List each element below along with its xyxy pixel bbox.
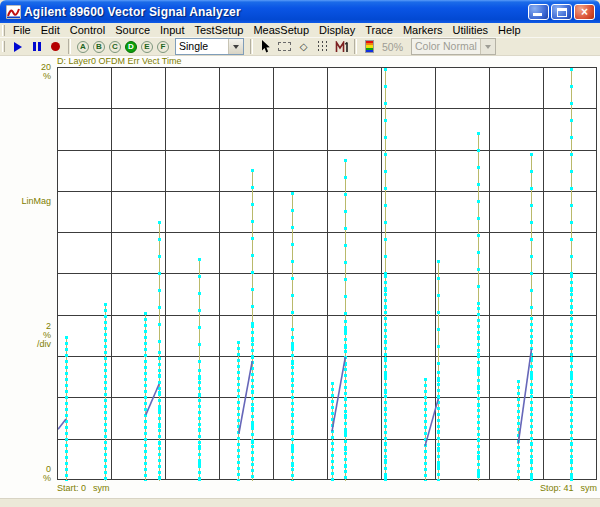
menu-item-trace[interactable]: Trace	[360, 23, 398, 37]
y-axis-scale-label: LinMag	[0, 197, 51, 206]
play-icon	[14, 42, 22, 52]
record-button[interactable]	[46, 38, 65, 55]
menu-item-display[interactable]: Display	[314, 23, 360, 37]
measurement-a-button[interactable]: A	[77, 41, 89, 53]
sweep-mode-dropdown-button[interactable]	[228, 39, 243, 54]
close-button[interactable]: ×	[574, 4, 595, 20]
app-icon	[6, 5, 21, 19]
vsa-window: Agilent 89600 Vector Signal Analyzer × F…	[0, 0, 600, 507]
measurement-c-button[interactable]: C	[109, 41, 121, 53]
marker-m1-icon	[335, 41, 349, 53]
y-axis-top-unit: %	[0, 72, 51, 81]
menubar: FileEditControlSourceInputTestSetupMeasS…	[0, 23, 600, 37]
measurement-d-button[interactable]: D	[125, 41, 137, 53]
y-axis-div-suffix: /div	[0, 340, 51, 349]
menu-item-control[interactable]: Control	[65, 23, 110, 37]
color-scale-button[interactable]	[360, 38, 379, 55]
maximize-button[interactable]	[551, 4, 572, 20]
trace-title: D: Layer0 OFDM Err Vect Time	[57, 56, 182, 66]
sweep-mode-select[interactable]: Single	[175, 38, 244, 55]
titlebar[interactable]: Agilent 89600 Vector Signal Analyzer ×	[0, 0, 600, 23]
menu-item-source[interactable]: Source	[110, 23, 155, 37]
avg-segment	[425, 398, 438, 445]
color-mode-select: Color Normal	[411, 38, 496, 55]
avg-segment	[58, 419, 66, 429]
menu-item-markers[interactable]: Markers	[398, 23, 448, 37]
band-markers-button[interactable]	[313, 38, 332, 55]
toolbar: ABCDEF Single ◇ 50% C	[0, 37, 600, 56]
trace-plot[interactable]	[57, 67, 597, 480]
colorbar-icon	[365, 40, 374, 53]
avg-segment	[146, 384, 159, 415]
x-axis-stop-label: Stop: 41sym	[540, 483, 597, 493]
toolbar-separator	[68, 39, 71, 54]
dashed-rect-icon	[278, 42, 291, 51]
window-title: Agilent 89600 Vector Signal Analyzer	[24, 5, 528, 19]
color-mode-value: Color Normal	[412, 39, 480, 54]
avg-segment	[332, 357, 345, 431]
marker-m1-button[interactable]	[332, 38, 351, 55]
x-axis-start-label: Start: 0sym	[57, 483, 110, 493]
cursor-arrow-icon	[261, 40, 271, 53]
menu-item-utilities[interactable]: Utilities	[448, 23, 493, 37]
menubar-grip[interactable]	[2, 25, 5, 36]
menu-item-meassetup[interactable]: MeasSetup	[248, 23, 314, 37]
avg-segment	[518, 349, 531, 444]
minimize-icon	[533, 13, 542, 16]
color-mode-dropdown-button	[480, 39, 495, 54]
band-lines-icon	[318, 41, 327, 52]
toolbar-grip[interactable]	[2, 41, 5, 52]
pause-button[interactable]	[27, 38, 46, 55]
maximize-icon	[557, 8, 567, 17]
menu-item-help[interactable]: Help	[493, 23, 526, 37]
y-axis-bottom-unit: %	[0, 474, 51, 483]
avg-segment	[239, 361, 252, 433]
zoom-rect-button[interactable]	[275, 38, 294, 55]
measurement-e-button[interactable]: E	[141, 41, 153, 53]
zoom-level-label: 50%	[382, 41, 403, 53]
diamond-marker-button[interactable]: ◇	[294, 38, 313, 55]
menu-item-edit[interactable]: Edit	[36, 23, 65, 37]
minimize-button[interactable]	[528, 4, 549, 20]
pause-icon	[33, 42, 41, 51]
toolbar-separator	[250, 39, 253, 54]
play-button[interactable]	[8, 38, 27, 55]
sweep-mode-value: Single	[176, 39, 228, 54]
diamond-icon: ◇	[300, 42, 308, 52]
menu-item-input[interactable]: Input	[155, 23, 189, 37]
measurement-display: D: Layer0 OFDM Err Vect Time 20 % LinMag…	[0, 56, 600, 498]
select-arrow-button[interactable]	[256, 38, 275, 55]
average-trace-layer	[58, 68, 598, 481]
chevron-down-icon	[485, 45, 491, 49]
statusbar	[0, 498, 600, 507]
measurement-f-button[interactable]: F	[157, 41, 169, 53]
menu-item-file[interactable]: File	[8, 23, 36, 37]
measurement-b-button[interactable]: B	[93, 41, 105, 53]
menu-item-testsetup[interactable]: TestSetup	[190, 23, 249, 37]
chevron-down-icon	[233, 45, 239, 49]
toolbar-separator	[354, 39, 357, 54]
record-icon	[51, 42, 60, 51]
